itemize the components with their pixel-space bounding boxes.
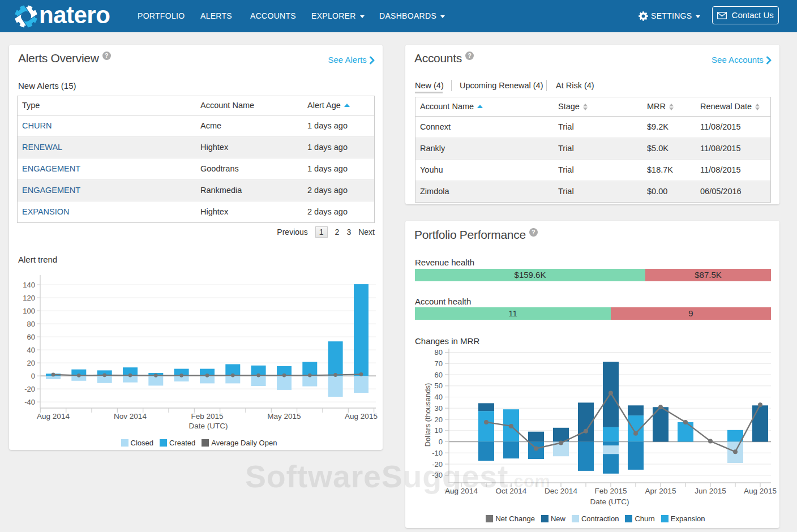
svg-text:Nov 2014: Nov 2014 xyxy=(114,412,147,421)
svg-text:0: 0 xyxy=(31,372,35,380)
svg-text:10: 10 xyxy=(435,426,443,435)
svg-text:60: 60 xyxy=(435,371,443,379)
svg-text:Aug 2015: Aug 2015 xyxy=(345,412,378,421)
svg-text:20: 20 xyxy=(435,415,443,424)
svg-text:100: 100 xyxy=(23,307,35,315)
svg-text:May 2015: May 2015 xyxy=(267,412,301,421)
svg-text:50: 50 xyxy=(435,381,443,390)
svg-text:80: 80 xyxy=(27,320,35,328)
svg-text:Date (UTC): Date (UTC) xyxy=(590,497,629,506)
svg-text:Dollars (thousands): Dollars (thousands) xyxy=(423,383,432,447)
svg-text:Dec 2014: Dec 2014 xyxy=(545,487,577,495)
svg-text:-20: -20 xyxy=(432,460,443,469)
svg-text:0: 0 xyxy=(439,437,443,446)
svg-text:60: 60 xyxy=(27,333,35,341)
svg-text:Apr 2015: Apr 2015 xyxy=(645,487,676,495)
svg-text:140: 140 xyxy=(23,281,35,289)
svg-text:-10: -10 xyxy=(432,449,443,457)
svg-text:Oct 2014: Oct 2014 xyxy=(496,487,527,495)
svg-text:Jun 2015: Jun 2015 xyxy=(695,487,726,495)
svg-text:Date (UTC): Date (UTC) xyxy=(188,422,228,430)
svg-text:-30: -30 xyxy=(432,471,443,479)
svg-text:20: 20 xyxy=(27,359,35,367)
svg-text:120: 120 xyxy=(23,294,35,302)
svg-text:30: 30 xyxy=(435,404,443,413)
svg-text:Aug 2014: Aug 2014 xyxy=(37,412,70,421)
svg-text:Feb 2015: Feb 2015 xyxy=(191,412,223,421)
svg-text:70: 70 xyxy=(435,359,443,368)
svg-text:-40: -40 xyxy=(24,398,35,406)
svg-text:80: 80 xyxy=(435,348,443,357)
svg-text:Aug 2015: Aug 2015 xyxy=(744,487,777,495)
svg-text:40: 40 xyxy=(435,393,443,401)
svg-text:40: 40 xyxy=(27,346,35,354)
svg-text:Aug 2014: Aug 2014 xyxy=(445,487,478,495)
svg-text:-20: -20 xyxy=(24,385,35,393)
svg-text:Feb 2015: Feb 2015 xyxy=(594,487,627,495)
